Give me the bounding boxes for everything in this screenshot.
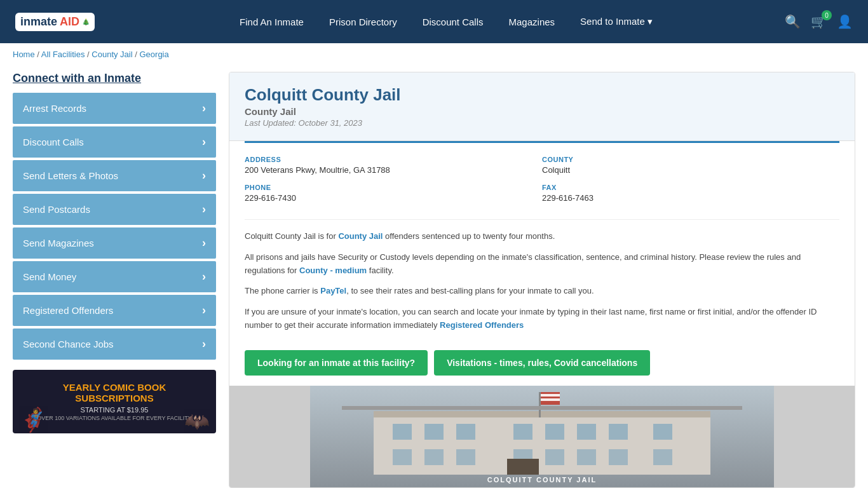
sidebar-item-send-postcards[interactable]: Send Postcards › bbox=[13, 194, 216, 225]
county-jail-link[interactable]: County Jail bbox=[338, 231, 383, 241]
search-button[interactable]: 🔍 bbox=[785, 14, 801, 29]
breadcrumb-state[interactable]: Georgia bbox=[139, 50, 168, 59]
facility-building-svg: COLQUITT COUNTY JAIL bbox=[229, 386, 855, 487]
facility-main: Colquitt County Jail County Jail Last Up… bbox=[229, 72, 855, 488]
ad-banner[interactable]: YEARLY COMIC BOOK SUBSCRIPTIONS STARTING… bbox=[13, 370, 216, 433]
svg-rect-7 bbox=[545, 424, 564, 440]
sidebar-item-send-magazines[interactable]: Send Magazines › bbox=[13, 227, 216, 259]
county-medium-link[interactable]: County - medium bbox=[299, 266, 367, 275]
sidebar-item-second-chance-jobs[interactable]: Second Chance Jobs › bbox=[13, 329, 216, 360]
breadcrumb-home[interactable]: Home bbox=[13, 50, 35, 59]
nav-magazines[interactable]: Magazines bbox=[509, 17, 555, 27]
svg-rect-18 bbox=[653, 449, 672, 465]
address-label: ADDRESS bbox=[245, 156, 542, 163]
facility-name: Colquitt County Jail bbox=[245, 85, 839, 105]
facility-description: Colquitt County Jail is for County Jail … bbox=[229, 220, 855, 350]
nav-find-inmate[interactable]: Find An Inmate bbox=[240, 17, 304, 27]
breadcrumb-county-jail[interactable]: County Jail bbox=[92, 50, 132, 59]
svg-rect-22 bbox=[541, 394, 560, 396]
hero-icon: 🦸 bbox=[19, 407, 48, 433]
facility-image: COLQUITT COUNTY JAIL bbox=[229, 386, 855, 487]
svg-rect-17 bbox=[609, 449, 628, 465]
phone-label: PHONE bbox=[245, 184, 542, 191]
header-actions: 🔍 🛒 0 👤 bbox=[785, 14, 853, 29]
logo-aid: AID bbox=[60, 15, 79, 29]
arrow-icon: › bbox=[202, 236, 206, 250]
find-inmate-button[interactable]: Looking for an inmate at this facility? bbox=[245, 350, 428, 376]
county-label: COUNTY bbox=[542, 156, 839, 163]
logo[interactable]: inmate AID 🎄 bbox=[15, 13, 95, 31]
address-value: 200 Veterans Pkwy, Moultrie, GA 31788 bbox=[245, 165, 542, 175]
facility-img-label: COLQUITT COUNTY JAIL bbox=[487, 476, 597, 484]
action-buttons: Looking for an inmate at this facility? … bbox=[229, 350, 855, 386]
sidebar-items: Arrest Records › Discount Calls › Send L… bbox=[13, 93, 216, 360]
logo-text: inmate bbox=[20, 15, 57, 29]
phone-cell: PHONE 229-616-7430 bbox=[245, 181, 542, 209]
arrow-icon: › bbox=[202, 135, 206, 149]
desc-paragraph-3: The phone carrier is PayTel, to see thei… bbox=[245, 285, 839, 298]
fax-label: FAX bbox=[542, 184, 839, 191]
nav-send-to-inmate[interactable]: Send to Inmate ▾ bbox=[580, 16, 653, 27]
svg-rect-11 bbox=[393, 449, 412, 465]
registered-offenders-link[interactable]: Registered Offenders bbox=[440, 320, 524, 330]
svg-rect-6 bbox=[513, 424, 532, 440]
svg-rect-13 bbox=[456, 449, 475, 465]
svg-rect-10 bbox=[653, 424, 672, 440]
svg-rect-4 bbox=[424, 424, 444, 440]
sidebar-item-send-money[interactable]: Send Money › bbox=[13, 261, 216, 292]
main-nav: Find An Inmate Prison Directory Discount… bbox=[107, 16, 785, 27]
svg-rect-15 bbox=[545, 449, 564, 465]
cart-badge: 0 bbox=[822, 10, 832, 20]
nav-discount-calls[interactable]: Discount Calls bbox=[423, 17, 484, 27]
county-cell: COUNTY Colquitt bbox=[542, 153, 839, 181]
desc-paragraph-4: If you are unsure of your inmate's locat… bbox=[245, 306, 839, 332]
svg-rect-9 bbox=[609, 424, 628, 440]
ad-starting: STARTING AT $19.95 bbox=[37, 406, 192, 414]
fax-cell: FAX 229-616-7463 bbox=[542, 181, 839, 209]
ad-title: YEARLY COMIC BOOK bbox=[37, 382, 192, 393]
ad-detail: OVER 100 VARIATIONS AVAILABLE FOR EVERY … bbox=[37, 415, 192, 421]
county-value: Colquitt bbox=[542, 165, 839, 175]
sidebar-item-arrest-records[interactable]: Arrest Records › bbox=[13, 93, 216, 124]
svg-rect-5 bbox=[456, 424, 475, 440]
breadcrumb: Home / All Facilities / County Jail / Ge… bbox=[0, 43, 868, 65]
sidebar-item-registered-offenders[interactable]: Registered Offenders › bbox=[13, 295, 216, 326]
arrow-icon: › bbox=[202, 337, 206, 351]
facility-header: Colquitt County Jail County Jail Last Up… bbox=[229, 72, 855, 141]
address-cell: ADDRESS 200 Veterans Pkwy, Moultrie, GA … bbox=[245, 153, 542, 181]
nav-prison-directory[interactable]: Prison Directory bbox=[329, 17, 397, 27]
sidebar: Connect with an Inmate Arrest Records › … bbox=[13, 72, 216, 488]
arrow-icon: › bbox=[202, 169, 206, 182]
svg-rect-20 bbox=[539, 392, 541, 417]
svg-rect-8 bbox=[577, 424, 596, 440]
visitations-button[interactable]: Visitations - times, rules, Covid cancel… bbox=[434, 350, 650, 376]
hero2-icon: 🦇 bbox=[184, 409, 210, 433]
svg-rect-16 bbox=[577, 449, 596, 465]
arrow-icon: › bbox=[202, 102, 206, 115]
arrow-icon: › bbox=[202, 203, 206, 216]
facility-info-grid: ADDRESS 200 Veterans Pkwy, Moultrie, GA … bbox=[245, 141, 839, 220]
cart-container[interactable]: 🛒 0 bbox=[811, 14, 827, 29]
ad-title2: SUBSCRIPTIONS bbox=[37, 393, 192, 403]
desc-paragraph-2: All prisons and jails have Security or C… bbox=[245, 251, 839, 278]
breadcrumb-all-facilities[interactable]: All Facilities bbox=[41, 50, 85, 59]
phone-value: 229-616-7430 bbox=[245, 193, 542, 203]
fax-value: 229-616-7463 bbox=[542, 193, 839, 203]
arrow-icon: › bbox=[202, 270, 206, 283]
paytel-link[interactable]: PayTel bbox=[320, 286, 346, 295]
sidebar-item-discount-calls[interactable]: Discount Calls › bbox=[13, 126, 216, 158]
user-button[interactable]: 👤 bbox=[837, 14, 853, 29]
svg-rect-3 bbox=[393, 424, 412, 440]
svg-rect-24 bbox=[342, 406, 742, 410]
arrow-icon: › bbox=[202, 304, 206, 317]
svg-rect-12 bbox=[424, 449, 444, 465]
svg-rect-19 bbox=[507, 459, 539, 475]
facility-updated: Last Updated: October 31, 2023 bbox=[245, 118, 839, 128]
svg-rect-23 bbox=[541, 398, 560, 401]
facility-type: County Jail bbox=[245, 106, 839, 117]
sidebar-item-send-letters[interactable]: Send Letters & Photos › bbox=[13, 160, 216, 191]
sidebar-title: Connect with an Inmate bbox=[13, 72, 216, 85]
desc-paragraph-1: Colquitt County Jail is for County Jail … bbox=[245, 230, 839, 243]
svg-rect-2 bbox=[374, 411, 710, 417]
